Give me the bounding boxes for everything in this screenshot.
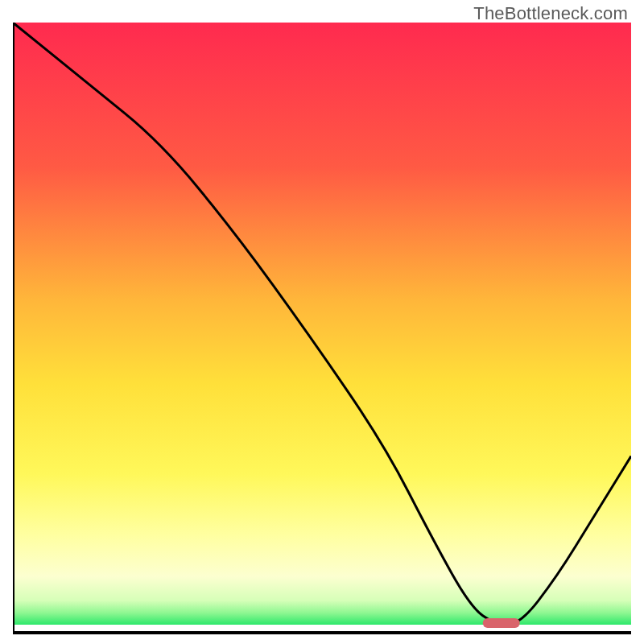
chart-container: TheBottleneck.com [0, 0, 644, 644]
plot-frame [13, 23, 631, 634]
optimal-range-marker [483, 618, 520, 628]
chart-svg [13, 23, 631, 634]
watermark-text: TheBottleneck.com [473, 3, 628, 24]
gradient-background [13, 23, 631, 625]
